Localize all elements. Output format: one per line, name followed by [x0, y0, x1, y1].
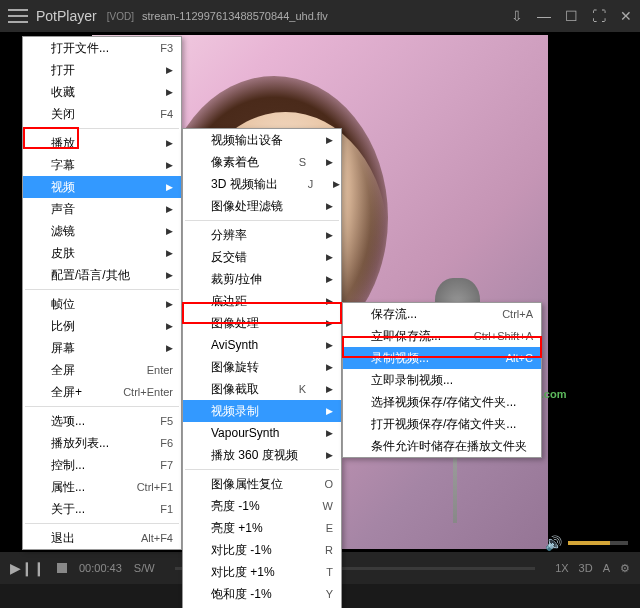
- menu-item[interactable]: 播放▶: [23, 132, 181, 154]
- close-icon[interactable]: ✕: [620, 8, 632, 24]
- menu-item[interactable]: 底边距▶: [183, 290, 341, 312]
- menu-item[interactable]: 视频▶: [23, 176, 181, 198]
- menu-item[interactable]: 打开▶: [23, 59, 181, 81]
- menu-item[interactable]: 皮肤▶: [23, 242, 181, 264]
- context-menu-video: 视频输出设备▶像素着色S▶3D 视频输出J▶图像处理滤镜▶分辨率▶反交错▶裁剪/…: [182, 128, 342, 608]
- menu-item[interactable]: 饱和度 -1%Y: [183, 583, 341, 605]
- menu-item[interactable]: 条件允许时储存在播放文件夹: [343, 435, 541, 457]
- time-current: 00:00:43: [79, 562, 122, 574]
- menu-item[interactable]: 图像旋转▶: [183, 356, 341, 378]
- menu-item[interactable]: 立即录制视频...: [343, 369, 541, 391]
- menu-item[interactable]: 亮度 -1%W: [183, 495, 341, 517]
- menu-item[interactable]: 关于...F1: [23, 498, 181, 520]
- menu-item[interactable]: 裁剪/拉伸▶: [183, 268, 341, 290]
- menu-item[interactable]: 配置/语言/其他▶: [23, 264, 181, 286]
- 3d-toggle[interactable]: 3D: [579, 562, 593, 575]
- pin-icon[interactable]: ⇩: [511, 8, 523, 24]
- menu-hamburger[interactable]: [8, 9, 28, 23]
- menu-item[interactable]: 图像处理▶: [183, 312, 341, 334]
- fullscreen-icon[interactable]: ⛶: [592, 8, 606, 24]
- menu-item[interactable]: 选择视频保存/存储文件夹...: [343, 391, 541, 413]
- vod-tag: [VOD]: [107, 11, 134, 22]
- menu-item[interactable]: 3D 视频输出J▶: [183, 173, 341, 195]
- app-title: PotPlayer: [36, 8, 97, 24]
- menu-item[interactable]: 图像截取K▶: [183, 378, 341, 400]
- menu-item[interactable]: 立即保存流...Ctrl+Shift+A: [343, 325, 541, 347]
- menu-item[interactable]: 控制...F7: [23, 454, 181, 476]
- context-menu-main: 打开文件...F3打开▶收藏▶关闭F4播放▶字幕▶视频▶声音▶滤镜▶皮肤▶配置/…: [22, 36, 182, 550]
- stop-button[interactable]: [57, 563, 67, 573]
- volume-icon[interactable]: 🔊: [545, 535, 562, 551]
- menu-item[interactable]: 全屏+Ctrl+Enter: [23, 381, 181, 403]
- menu-item[interactable]: 播放列表...F6: [23, 432, 181, 454]
- menu-item[interactable]: 打开文件...F3: [23, 37, 181, 59]
- menu-item[interactable]: 字幕▶: [23, 154, 181, 176]
- menu-item[interactable]: 亮度 +1%E: [183, 517, 341, 539]
- menu-item[interactable]: 视频输出设备▶: [183, 129, 341, 151]
- menu-item[interactable]: 图像属性复位O: [183, 473, 341, 495]
- minimize-icon[interactable]: —: [537, 8, 551, 24]
- menu-item[interactable]: 收藏▶: [23, 81, 181, 103]
- play-button[interactable]: ▶❙❙: [10, 560, 45, 576]
- menu-item[interactable]: 选项...F5: [23, 410, 181, 432]
- speed-toggle[interactable]: 1X: [555, 562, 568, 575]
- menu-item[interactable]: 比例▶: [23, 315, 181, 337]
- file-title: stream-112997613488570844_uhd.flv: [142, 10, 328, 22]
- menu-item[interactable]: 打开视频保存/存储文件夹...: [343, 413, 541, 435]
- menu-item[interactable]: 滤镜▶: [23, 220, 181, 242]
- menu-item[interactable]: 屏幕▶: [23, 337, 181, 359]
- menu-item[interactable]: 视频录制▶: [183, 400, 341, 422]
- menu-item[interactable]: 录制视频...Alt+C: [343, 347, 541, 369]
- menu-item[interactable]: 像素着色S▶: [183, 151, 341, 173]
- context-menu-record: 保存流...Ctrl+A立即保存流...Ctrl+Shift+A录制视频...A…: [342, 302, 542, 458]
- menu-item[interactable]: 帧位▶: [23, 293, 181, 315]
- menu-item[interactable]: 分辨率▶: [183, 224, 341, 246]
- menu-item[interactable]: 对比度 -1%R: [183, 539, 341, 561]
- menu-item[interactable]: 退出Alt+F4: [23, 527, 181, 549]
- menu-item[interactable]: 播放 360 度视频▶: [183, 444, 341, 466]
- volume-slider[interactable]: [568, 541, 628, 545]
- menu-item[interactable]: 声音▶: [23, 198, 181, 220]
- menu-item[interactable]: 图像处理滤镜▶: [183, 195, 341, 217]
- menu-item[interactable]: 全屏Enter: [23, 359, 181, 381]
- settings-icon[interactable]: ⚙: [620, 562, 630, 575]
- menu-item[interactable]: 对比度 +1%T: [183, 561, 341, 583]
- menu-item[interactable]: 关闭F4: [23, 103, 181, 125]
- menu-item[interactable]: 属性...Ctrl+F1: [23, 476, 181, 498]
- mode-label: S/W: [134, 562, 155, 574]
- menu-item[interactable]: AviSynth▶: [183, 334, 341, 356]
- menu-item[interactable]: 反交错▶: [183, 246, 341, 268]
- av-toggle[interactable]: A: [603, 562, 610, 575]
- maximize-icon[interactable]: ☐: [565, 8, 578, 24]
- menu-item[interactable]: VapourSynth▶: [183, 422, 341, 444]
- menu-item[interactable]: 保存流...Ctrl+A: [343, 303, 541, 325]
